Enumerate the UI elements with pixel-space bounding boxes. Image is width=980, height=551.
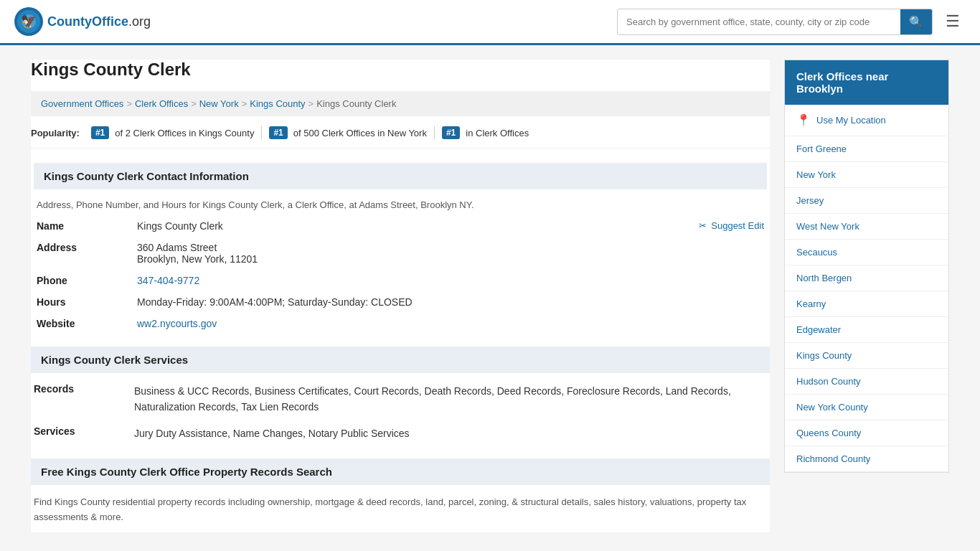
sidebar-link-kearny[interactable]: Kearny [785,291,948,316]
pop-badge-2: #1 [269,126,287,139]
breadcrumb-item-clerk-offices[interactable]: Clerk Offices [135,98,188,109]
sidebar-links-list: Fort Greene New York Jersey West New Yor… [785,136,948,472]
address-line1: 360 Adams Street [137,242,217,253]
pop-text-3: in Clerk Offices [466,128,529,138]
breadcrumb-sep-2: > [191,98,197,109]
logo-icon: 🦅 [14,7,43,36]
website-row: Website ww2.nycourts.gov [34,318,767,329]
sidebar-link-richmond-county[interactable]: Richmond County [785,446,948,471]
search-button[interactable]: 🔍 [900,9,932,34]
free-search-header: Free Kings County Clerk Office Property … [31,458,770,485]
pop-text-1: of 2 Clerk Offices in Kings County [115,128,254,138]
website-link[interactable]: ww2.nycourts.gov [137,318,217,329]
list-item: Kearny [785,291,948,317]
sidebar-link-secaucus[interactable]: Secaucus [785,240,948,265]
name-label: Name [37,220,137,232]
list-item: West New York [785,214,948,240]
pop-item-2: #1 of 500 Clerk Offices in New York [262,126,435,139]
phone-link[interactable]: 347-404-9772 [137,275,199,286]
records-label: Records [34,383,134,395]
list-item: Queens County [785,420,948,446]
services-section-header: Kings County Clerk Services [31,347,770,373]
records-value: Business & UCC Records, Business Certifi… [134,383,767,415]
list-item: Secaucus [785,240,948,265]
list-item: Kings County [785,343,948,369]
phone-label: Phone [37,275,137,286]
search-input[interactable] [618,11,900,33]
sidebar-link-queens-county[interactable]: Queens County [785,420,948,446]
sidebar-link-kings-county[interactable]: Kings County [785,343,948,368]
free-search-description: Find Kings County residential property r… [31,495,770,525]
suggest-edit-link[interactable]: ✂ Suggest Edit [699,220,764,231]
address-line2: Brooklyn, New York, 11201 [137,253,258,265]
services-row: Services Jury Duty Assistance, Name Chan… [31,425,770,441]
breadcrumb-sep-3: > [242,98,248,109]
name-row: Name Kings County Clerk ✂ Suggest Edit [34,220,767,232]
website-value: ww2.nycourts.gov [137,318,764,329]
pop-item-1: #1 of 2 Clerk Offices in Kings County [84,126,262,139]
address-row: Address 360 Adams Street Brooklyn, New Y… [34,242,767,265]
phone-value: 347-404-9772 [137,275,764,286]
logo[interactable]: 🦅 CountyOffice.org [14,7,151,36]
pop-item-3: #1 in Clerk Offices [435,126,536,139]
sidebar-title: Clerk Offices near Brooklyn [785,60,948,105]
hours-row: Hours Monday-Friday: 9:00AM-4:00PM; Satu… [34,296,767,308]
list-item: New York [785,162,948,188]
main-content: Kings County Clerk Government Offices > … [31,60,770,532]
sidebar-link-edgewater[interactable]: Edgewater [785,317,948,342]
main-container: Kings County Clerk Government Offices > … [17,45,963,547]
popularity-label: Popularity: [31,128,80,138]
sidebar-link-hudson-county[interactable]: Hudson County [785,369,948,394]
name-value: Kings County Clerk [137,220,699,232]
suggest-edit-icon: ✂ [699,220,707,231]
address-label: Address [37,242,137,253]
page-title: Kings County Clerk [31,60,770,80]
list-item: Jersey [785,188,948,214]
list-item: New York County [785,395,948,420]
list-item: Edgewater [785,317,948,343]
svg-text:🦅: 🦅 [21,14,37,29]
sidebar-link-north-bergen[interactable]: North Bergen [785,265,948,291]
contact-section: Kings County Clerk Contact Information A… [31,163,770,329]
contact-section-header: Kings County Clerk Contact Information [34,163,767,189]
sidebar-link-jersey[interactable]: Jersey [785,188,948,213]
site-header: 🦅 CountyOffice.org 🔍 ☰ [0,0,980,45]
sidebar-link-new-york[interactable]: New York [785,162,948,187]
address-value: 360 Adams Street Brooklyn, New York, 112… [137,242,764,265]
pop-text-2: of 500 Clerk Offices in New York [293,128,427,138]
logo-text: CountyOffice.org [47,14,151,29]
breadcrumb-sep-4: > [308,98,314,109]
breadcrumb-sep-1: > [126,98,132,109]
breadcrumb-item-current: Kings County Clerk [316,98,396,109]
services-section: Kings County Clerk Services Records Busi… [31,347,770,441]
breadcrumb-item-kings-county[interactable]: Kings County [250,98,305,109]
phone-row: Phone 347-404-9772 [34,275,767,286]
sidebar-box: Clerk Offices near Brooklyn 📍 Use My Loc… [784,60,949,473]
services-label: Services [34,425,134,437]
services-value: Jury Duty Assistance, Name Changes, Nota… [134,425,767,441]
breadcrumb-item-gov-offices[interactable]: Government Offices [41,98,123,109]
records-row: Records Business & UCC Records, Business… [31,383,770,415]
breadcrumb-item-new-york[interactable]: New York [199,98,239,109]
use-my-location-link[interactable]: Use My Location [816,115,886,126]
breadcrumb: Government Offices > Clerk Offices > New… [31,91,770,116]
sidebar-link-west-new-york[interactable]: West New York [785,214,948,239]
list-item: North Bergen [785,265,948,291]
hamburger-menu-icon[interactable]: ☰ [940,9,966,34]
free-search-section: Free Kings County Clerk Office Property … [31,458,770,525]
sidebar-link-fort-greene[interactable]: Fort Greene [785,136,948,161]
website-label: Website [37,318,137,329]
search-bar: 🔍 [617,9,933,35]
contact-description: Address, Phone Number, and Hours for Kin… [34,199,767,210]
pop-badge-3: #1 [442,126,460,139]
list-item: Fort Greene [785,136,948,162]
sidebar-link-new-york-county[interactable]: New York County [785,395,948,420]
pop-badge-1: #1 [91,126,109,139]
suggest-edit-label: Suggest Edit [711,220,764,231]
list-item: Hudson County [785,369,948,395]
location-pin-icon: 📍 [796,113,811,127]
hours-value: Monday-Friday: 9:00AM-4:00PM; Saturday-S… [137,296,764,308]
hours-label: Hours [37,296,137,308]
sidebar-use-location: 📍 Use My Location [785,105,948,136]
sidebar: Clerk Offices near Brooklyn 📍 Use My Loc… [784,60,949,532]
